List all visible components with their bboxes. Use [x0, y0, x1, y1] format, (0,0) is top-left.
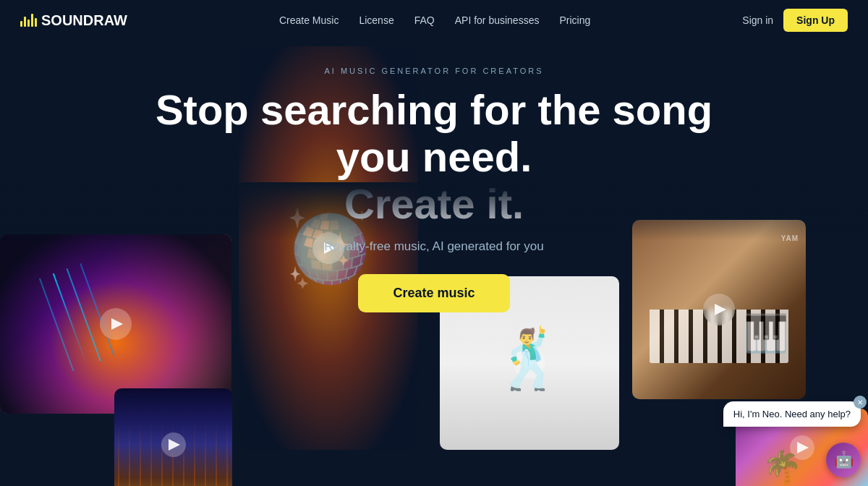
navbar: SOUNDRAW Create Music License FAQ API fo… — [0, 0, 868, 40]
logo[interactable]: SOUNDRAW — [20, 12, 127, 29]
image-gallery: 🪩 YAM ✕ Hi, I'm Neo. Need any help? — [0, 182, 868, 486]
signin-button[interactable]: Sign in — [742, 14, 773, 26]
logo-bar-3 — [27, 20, 30, 27]
logo-bar-4 — [31, 14, 33, 27]
hero-tagline: AI MUSIC GENERATOR FOR CREATORS — [324, 67, 543, 75]
chat-widget: ✕ Hi, I'm Neo. Need any help? 🤖 — [723, 399, 868, 486]
hero-subtitle: Royalty-free music, AI generated for you — [324, 239, 543, 254]
city-image — [114, 388, 232, 486]
city-image-inner — [114, 388, 232, 486]
nav-link-license[interactable]: License — [359, 14, 393, 26]
nav-cta-group: Sign in Sign Up — [742, 9, 848, 32]
create-music-button[interactable]: Create music — [358, 274, 509, 312]
nav-link-api[interactable]: API for businesses — [455, 14, 540, 26]
city-play-button[interactable] — [161, 432, 186, 457]
dancer-play-button[interactable] — [514, 347, 545, 379]
nav-link-pricing[interactable]: Pricing — [559, 14, 590, 26]
nav-link-create-music[interactable]: Create Music — [279, 14, 339, 26]
logo-bar-5 — [35, 18, 37, 27]
hero-title-line1: Stop searching for the song you need. — [156, 86, 712, 180]
logo-bar-2 — [24, 17, 26, 27]
logo-bars — [20, 14, 37, 27]
signup-button[interactable]: Sign Up — [783, 9, 848, 32]
nav-links: Create Music License FAQ API for busines… — [279, 14, 590, 27]
neo-avatar-icon: 🤖 — [834, 451, 854, 469]
logo-text: SOUNDRAW — [41, 12, 127, 29]
chat-bubble: ✕ Hi, I'm Neo. Need any help? — [723, 401, 861, 427]
chat-bubble-text: Hi, I'm Neo. Need any help? — [733, 409, 851, 419]
logo-icon — [20, 14, 37, 27]
nav-link-faq[interactable]: FAQ — [414, 14, 435, 26]
chat-close-button[interactable]: ✕ — [854, 396, 867, 409]
logo-bar-1 — [20, 21, 22, 27]
neo-avatar[interactable]: 🤖 — [826, 443, 861, 477]
